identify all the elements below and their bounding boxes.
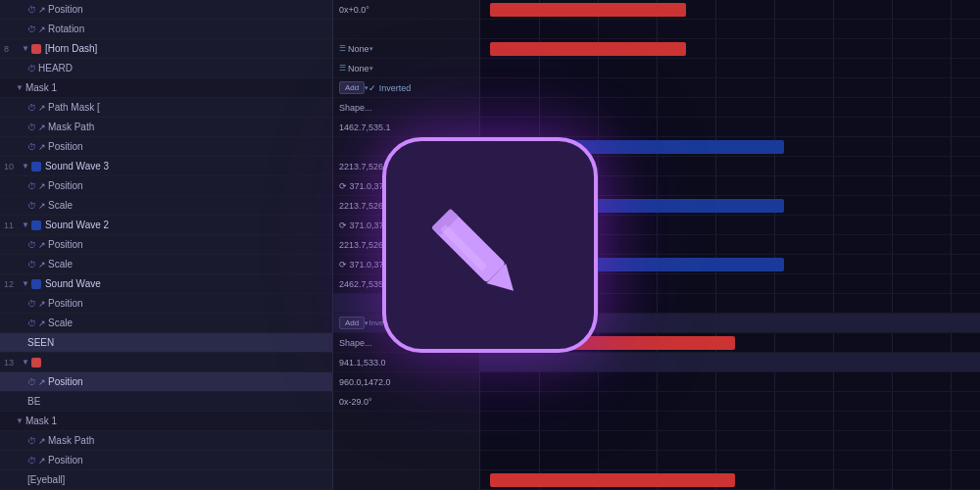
curve-icon: ↗ bbox=[38, 318, 46, 328]
prop-row: 0x+0.0° bbox=[333, 0, 479, 20]
clock-icon: ⏱ bbox=[27, 5, 36, 15]
mask-group-row[interactable]: ▼ Mask 1 bbox=[0, 412, 332, 431]
clock-icon: ⏱ bbox=[27, 142, 36, 152]
layer-row[interactable]: [Eyeball] bbox=[0, 470, 332, 490]
layer-label: Mask 1 bbox=[25, 82, 57, 93]
layers-panel: ⏱ ↗ Position ⏱ ↗ Rotation 8 ▼ [Horn Dash… bbox=[0, 0, 333, 490]
layer-row[interactable]: BE bbox=[0, 392, 332, 412]
path-mask-row[interactable]: ⏱ ↗ Path Mask [ bbox=[0, 98, 332, 118]
expand-arrow[interactable]: ▼ bbox=[22, 162, 29, 171]
expand-arrow[interactable]: ▼ bbox=[22, 358, 29, 367]
curve-icon: ↗ bbox=[38, 456, 46, 466]
layer-row[interactable]: ⏱ ↗ Scale bbox=[0, 255, 332, 274]
expand-arrow[interactable]: ▼ bbox=[16, 416, 24, 425]
clock-icon: ⏱ bbox=[27, 436, 36, 446]
layer-color bbox=[31, 358, 41, 368]
prop-row: Shape... bbox=[333, 98, 479, 118]
inverted-label: Inve bbox=[368, 318, 383, 327]
prop-value: 960.0,1472.0 bbox=[339, 377, 391, 387]
add-button[interactable]: Add bbox=[339, 317, 365, 329]
clock-icon: ⏱ bbox=[27, 299, 36, 309]
layer-row-11[interactable]: 11 ▼ Sound Wave 2 bbox=[0, 216, 332, 235]
layer-row[interactable]: ⏱ ↗ Position bbox=[0, 372, 332, 392]
curve-icon: ↗ bbox=[38, 201, 46, 211]
prop-value: None bbox=[348, 64, 369, 74]
prop-row: 1462.7,535.1 bbox=[333, 118, 479, 137]
layer-row-8[interactable]: 8 ▼ [Horn Dash] bbox=[0, 39, 332, 59]
layer-row[interactable]: ⏱ ↗ Scale bbox=[0, 314, 332, 333]
app-icon bbox=[382, 137, 598, 353]
prop-value: 1462.7,535.1 bbox=[339, 122, 391, 132]
timeline-row bbox=[480, 20, 980, 39]
curve-icon: ↗ bbox=[38, 24, 46, 34]
timeline-row bbox=[480, 118, 980, 137]
expand-arrow[interactable]: ▼ bbox=[22, 44, 29, 53]
prop-row bbox=[333, 20, 479, 39]
layer-label: Position bbox=[48, 376, 83, 387]
timeline-bar bbox=[490, 3, 686, 17]
prop-row: ☰ None ▾ bbox=[333, 59, 479, 78]
expand-arrow[interactable]: ▼ bbox=[22, 220, 29, 229]
pen-svg-icon bbox=[426, 181, 554, 309]
layer-row[interactable]: ⏱ ↗ Mask Path bbox=[0, 118, 332, 137]
layer-row[interactable]: ⏱ HEARD bbox=[0, 59, 332, 78]
clock-icon: ⏱ bbox=[27, 377, 36, 387]
layer-color bbox=[31, 220, 41, 230]
timeline-row bbox=[480, 39, 980, 59]
layer-label: HEARD bbox=[38, 63, 73, 74]
layer-label: BE bbox=[27, 396, 40, 407]
layer-label: Position bbox=[48, 239, 83, 250]
prop-row bbox=[333, 431, 479, 451]
dropdown-arrow: ▾ bbox=[369, 65, 373, 73]
layer-row[interactable]: ⏱ ↗ Position bbox=[0, 176, 332, 196]
layer-number: 10 bbox=[4, 162, 22, 172]
layer-label: SEEN bbox=[27, 337, 54, 348]
layer-row-seen[interactable]: SEEN bbox=[0, 333, 332, 353]
prop-row: 0x-29.0° bbox=[333, 392, 479, 412]
expand-arrow[interactable]: ▼ bbox=[16, 83, 24, 92]
layer-row[interactable]: ⏱ ↗ Position bbox=[0, 451, 332, 470]
curve-icon: ↗ bbox=[38, 103, 46, 113]
layer-label: [Horn Dash] bbox=[45, 43, 97, 54]
clock-icon: ⏱ bbox=[27, 122, 36, 132]
clock-icon: ⏱ bbox=[27, 103, 36, 113]
expand-arrow[interactable]: ▼ bbox=[22, 279, 29, 288]
layer-label: Sound Wave 3 bbox=[45, 161, 109, 172]
layer-label: Position bbox=[48, 180, 83, 191]
prop-row: 960.0,1472.0 bbox=[333, 372, 479, 392]
layer-label: Mask 1 bbox=[25, 416, 57, 426]
curve-icon: ↗ bbox=[38, 142, 46, 152]
prop-value: None bbox=[348, 44, 369, 54]
curve-icon: ↗ bbox=[38, 240, 46, 250]
curve-icon: ↗ bbox=[38, 260, 46, 270]
layer-row[interactable]: ⏱ ↗ Mask Path bbox=[0, 431, 332, 451]
layer-color bbox=[31, 279, 41, 289]
layer-label: Rotation bbox=[48, 24, 84, 34]
layer-row[interactable]: ⏱ ↗ Rotation bbox=[0, 20, 332, 39]
layer-row[interactable]: ⏱ ↗ Position bbox=[0, 137, 332, 157]
timeline-row bbox=[480, 0, 980, 20]
inverted-label: ✓ Inverted bbox=[368, 83, 411, 93]
layer-label: [Eyeball] bbox=[27, 474, 65, 485]
prop-row[interactable]: Add ▾ ✓ Inverted bbox=[333, 78, 479, 98]
layer-row-12[interactable]: 12 ▼ Sound Wave bbox=[0, 274, 332, 294]
layer-row-10[interactable]: 10 ▼ Sound Wave 3 bbox=[0, 157, 332, 176]
timeline-row bbox=[480, 392, 980, 412]
curve-icon: ↗ bbox=[38, 299, 46, 309]
curve-icon: ↗ bbox=[38, 377, 46, 387]
layer-label: Mask Path bbox=[48, 435, 94, 446]
add-button[interactable]: Add bbox=[339, 81, 365, 94]
prop-row bbox=[333, 412, 479, 431]
layer-row[interactable]: ⏱ ↗ Scale bbox=[0, 196, 332, 216]
layer-row-13[interactable]: 13 ▼ bbox=[0, 353, 332, 372]
timeline-row bbox=[480, 470, 980, 490]
clock-icon: ⏱ bbox=[27, 240, 36, 250]
layer-row[interactable]: ⏱ ↗ Position bbox=[0, 0, 332, 20]
layer-row[interactable]: ⏱ ↗ Position bbox=[0, 294, 332, 314]
mask-group-row[interactable]: ▼ Mask 1 bbox=[0, 78, 332, 98]
layer-row[interactable]: ⏱ ↗ Position bbox=[0, 235, 332, 255]
clock-icon: ⏱ bbox=[27, 201, 36, 211]
layer-number: 11 bbox=[4, 220, 22, 230]
timeline-row bbox=[480, 451, 980, 470]
clock-icon: ⏱ bbox=[27, 24, 36, 34]
